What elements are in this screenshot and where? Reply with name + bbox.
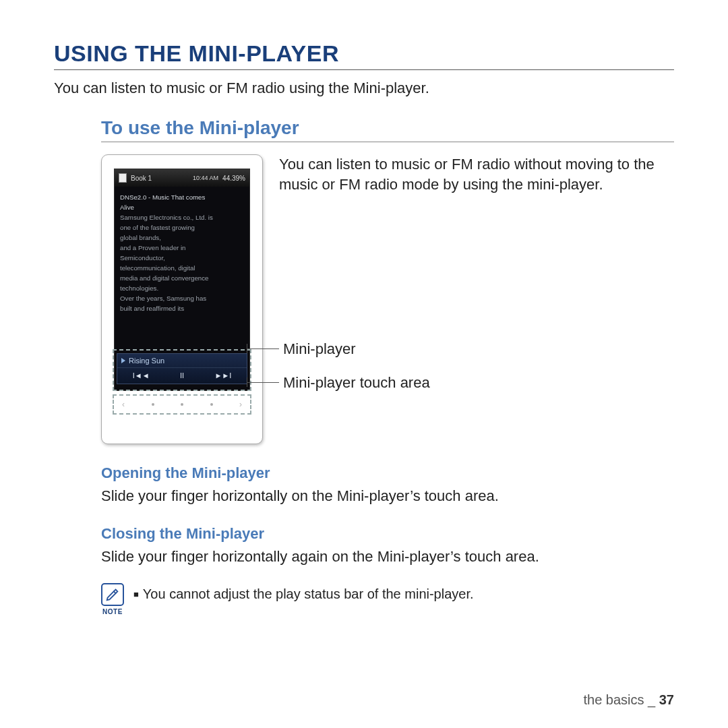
mini-player-track: Rising Sun: [117, 354, 247, 368]
status-time: 10:44 AM: [193, 175, 218, 181]
closing-title: Closing the Mini-player: [101, 525, 674, 543]
device-mockup: Book 1 10:44 AM 44.39% DNSe2.0 - Music T…: [101, 154, 263, 444]
callout-touch-area: Mini-player touch area: [283, 374, 430, 392]
page-title: USING THE MINI-PLAYER: [54, 40, 674, 70]
mini-player-touch-area[interactable]: ‹ ›: [117, 398, 247, 411]
play-indicator-icon: [121, 358, 125, 363]
intro-text: You can listen to music or FM radio usin…: [54, 80, 674, 97]
status-bar: Book 1 10:44 AM 44.39%: [115, 169, 249, 187]
closing-body: Slide your finger horizontally again on …: [101, 548, 674, 566]
touch-right-icon: ›: [239, 400, 242, 409]
screen-body-text: DNSe2.0 - Music That comes Alive Samsung…: [115, 187, 249, 313]
touch-dot-icon: [152, 403, 154, 406]
note-label: NOTE: [101, 608, 124, 615]
status-title: Book 1: [131, 175, 152, 182]
touch-dot-icon: [181, 403, 183, 406]
pause-button[interactable]: ІІ: [180, 371, 184, 380]
prev-button[interactable]: І◄◄: [133, 371, 150, 380]
callout-mini-player: Mini-player: [283, 340, 356, 358]
touch-left-icon: ‹: [122, 400, 125, 409]
note-text: ■You cannot adjust the play status bar o…: [133, 583, 474, 602]
status-pct: 44.39%: [222, 175, 245, 182]
section-description: You can listen to music or FM radio with…: [279, 154, 674, 194]
page-footer: the basics _ 37: [583, 692, 674, 708]
mini-player[interactable]: Rising Sun І◄◄ ІІ ►►І: [117, 353, 247, 384]
next-button[interactable]: ►►І: [214, 371, 231, 380]
opening-body: Slide your finger horizontally on the Mi…: [101, 487, 674, 505]
opening-title: Opening the Mini-player: [101, 464, 674, 482]
note-icon: [101, 583, 124, 606]
touch-dot-icon: [210, 403, 213, 406]
book-icon: [119, 173, 127, 183]
section-title: To use the Mini-player: [101, 117, 674, 142]
